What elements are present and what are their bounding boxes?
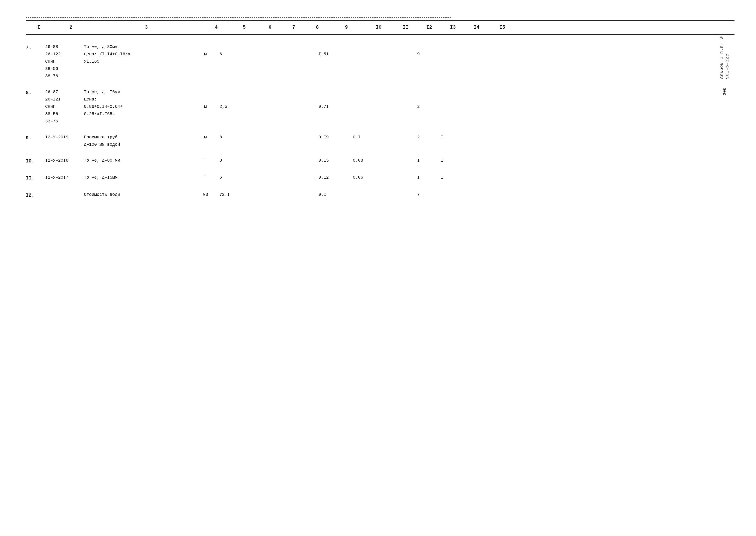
item-val5-12: 72.I bbox=[219, 191, 247, 198]
item-desc-12-line1: Стоимость воды bbox=[84, 191, 191, 198]
item-code-10-line1: I2–У–20I8 bbox=[45, 157, 84, 164]
item-val9-11: 0.I2 bbox=[318, 174, 353, 181]
item-code-9-line1: I2–У–20I9 bbox=[45, 134, 84, 141]
item-num-9: 9. bbox=[26, 134, 45, 142]
item-desc-9-line1: Промывка труб bbox=[84, 134, 191, 141]
item-val9-7: I.5I bbox=[318, 43, 353, 58]
side-text-num: 206 bbox=[722, 87, 727, 95]
item-val5-7: 6 bbox=[219, 43, 247, 58]
item-code-10: I2–У–20I8 bbox=[45, 157, 84, 164]
page: I 2 3 4 5 6 7 8 9 IO II I2 I3 I4 I5 7. 2… bbox=[0, 0, 756, 536]
item-unit-7: м bbox=[191, 43, 219, 58]
item-unit-8: м bbox=[191, 88, 219, 110]
item-code-7-line5: 38–76 bbox=[45, 73, 84, 80]
item-desc-12: Стоимость воды bbox=[84, 191, 191, 198]
item-val12-12: 7 bbox=[407, 191, 430, 198]
item-code-8-line4: 38–56 bbox=[45, 110, 84, 118]
item-code-8-line3: СНиП bbox=[45, 103, 84, 110]
item-code-8-line5: 33–76 bbox=[45, 118, 84, 125]
item-val13-10: I bbox=[430, 157, 454, 164]
item-desc-8-line1: То же, д– I6мм bbox=[84, 88, 191, 96]
item-desc-7: То же, д–80мм цена: /I.I4+0.I6/x xI.I65 bbox=[84, 43, 191, 65]
item-code-7-line2: 26–122 bbox=[45, 50, 84, 58]
item-code-8-line1: 26–87 bbox=[45, 88, 84, 96]
item-val9-10: 0.I5 bbox=[318, 157, 353, 164]
item-desc-9: Промывка труб д–100 мм водой bbox=[84, 134, 191, 148]
item-desc-10-line1: То же, д–80 мм bbox=[84, 157, 191, 164]
header-col-12: I2 bbox=[417, 25, 441, 30]
table-row: IO. I2–У–20I8 То же, д–80 мм " 8 0.I5 0.… bbox=[26, 157, 735, 165]
item-val5-10: 8 bbox=[219, 157, 247, 164]
item-unit-10: " bbox=[191, 157, 219, 164]
table-wrapper: I 2 3 4 5 6 7 8 9 IO II I2 I3 I4 I5 7. 2… bbox=[26, 17, 735, 208]
item-val5-11: 6 bbox=[219, 174, 247, 181]
item-desc-7-line5: xI.I65 bbox=[84, 58, 191, 65]
side-label: Альбом ш п.п. № 90I–5–32с 206 bbox=[719, 35, 730, 95]
item-code-7-line3: СНиП bbox=[45, 58, 84, 65]
item-num-8: 8. bbox=[26, 88, 45, 97]
item-val9-12: 0.I bbox=[318, 191, 353, 198]
header-col-5: 5 bbox=[230, 25, 258, 30]
item-code-11: I2–У–20I7 bbox=[45, 174, 84, 181]
item-desc-11: То же, д–I5мм bbox=[84, 174, 191, 181]
header-col-9: 9 bbox=[329, 25, 364, 30]
item-val12-9: 2 bbox=[407, 134, 430, 141]
item-unit-9: м bbox=[191, 134, 219, 141]
header-col-1: I bbox=[26, 25, 51, 30]
item-val12-10: I bbox=[407, 157, 430, 164]
item-val12-8: 2 bbox=[407, 88, 430, 110]
item-val9-8: 0.7I bbox=[318, 88, 353, 110]
item-desc-8-line4: 0.86+0.I4–0.64+ bbox=[84, 103, 191, 110]
header-col-13: I3 bbox=[441, 25, 465, 30]
header-col-14: I4 bbox=[465, 25, 488, 30]
item-code-8-line2: 26–I2I bbox=[45, 96, 84, 103]
item-desc-7-line1: То же, д–80мм bbox=[84, 43, 191, 50]
side-text-album: Альбом ш п.п. № 90I–5–32с bbox=[719, 35, 730, 79]
item-code-7: 26–88 26–122 СНиП 38–56 38–76 bbox=[45, 43, 84, 80]
item-code-7-line4: 38–56 bbox=[45, 65, 84, 73]
header-col-8: 8 bbox=[306, 25, 329, 30]
item-val10-11: 0.06 bbox=[353, 174, 383, 181]
header-row: I 2 3 4 5 6 7 8 9 IO II I2 I3 I4 I5 bbox=[26, 20, 735, 35]
item-unit-11: " bbox=[191, 174, 219, 181]
item-desc-8-line3: цена: bbox=[84, 96, 191, 103]
table-row: II. I2–У–20I7 То же, д–I5мм " 6 0.I2 0.0… bbox=[26, 174, 735, 182]
main-content: 7. 26–88 26–122 СНиП 38–56 38–76 То же, … bbox=[26, 35, 735, 208]
table-row: 9. I2–У–20I9 Промывка труб д–100 мм водо… bbox=[26, 134, 735, 148]
header-col-4: 4 bbox=[202, 25, 230, 30]
table-row: I2. Стоимость воды м3 72.I 0.I 7 bbox=[26, 191, 735, 199]
item-num-12: I2. bbox=[26, 191, 45, 199]
item-num-7: 7. bbox=[26, 43, 45, 51]
header-col-10: IO bbox=[364, 25, 394, 30]
item-code-7-line1: 26–88 bbox=[45, 43, 84, 50]
header-col-11: II bbox=[394, 25, 417, 30]
header-col-3: 3 bbox=[90, 25, 202, 30]
header-col-2: 2 bbox=[51, 25, 90, 30]
content-area: 7. 26–88 26–122 СНиП 38–56 38–76 То же, … bbox=[26, 35, 735, 208]
item-val5-9: 8 bbox=[219, 134, 247, 141]
item-unit-12: м3 bbox=[191, 191, 219, 198]
top-divider bbox=[26, 17, 451, 17]
item-val12-11: I bbox=[407, 174, 430, 181]
item-desc-8-line5: 0.25/xI.I65= bbox=[84, 110, 191, 118]
header-col-6: 6 bbox=[258, 25, 282, 30]
table-row: 7. 26–88 26–122 СНиП 38–56 38–76 То же, … bbox=[26, 43, 735, 80]
item-val13-9: I bbox=[430, 134, 454, 141]
item-val13-11: I bbox=[430, 174, 454, 181]
item-desc-9-line2: д–100 мм водой bbox=[84, 141, 191, 148]
item-num-11: II. bbox=[26, 174, 45, 182]
item-desc-10: То же, д–80 мм bbox=[84, 157, 191, 164]
item-val12-7: 9 bbox=[407, 43, 430, 58]
item-desc-8: То же, д– I6мм цена: 0.86+0.I4–0.64+ 0.2… bbox=[84, 88, 191, 118]
table-row: 8. 26–87 26–I2I СНиП 38–56 33–76 То же, … bbox=[26, 88, 735, 125]
item-num-10: IO. bbox=[26, 157, 45, 165]
item-val5-8: 2,5 bbox=[219, 88, 247, 110]
item-val10-9: 0.I bbox=[353, 134, 383, 141]
item-code-11-line1: I2–У–20I7 bbox=[45, 174, 84, 181]
item-code-8: 26–87 26–I2I СНиП 38–56 33–76 bbox=[45, 88, 84, 125]
item-code-9: I2–У–20I9 bbox=[45, 134, 84, 141]
item-desc-7-line4: цена: /I.I4+0.I6/x bbox=[84, 50, 191, 58]
item-val10-10: 0.08 bbox=[353, 157, 383, 164]
header-col-7: 7 bbox=[282, 25, 306, 30]
item-val9-9: 0.I9 bbox=[318, 134, 353, 141]
